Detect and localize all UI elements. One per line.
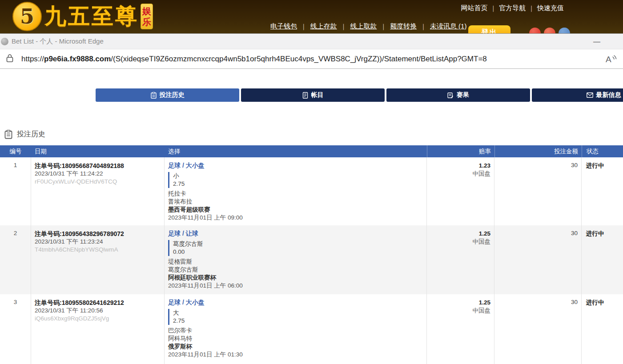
selection-cell: 足球 / 大小盘 小 2.75 托拉卡 普埃布拉 墨西哥超级联赛 2023年11… bbox=[165, 157, 427, 225]
ref-code: rF0UCyxWLuV-QDEHdV6TCQ bbox=[35, 178, 159, 186]
odds-type: 中国盘 bbox=[427, 170, 490, 178]
logout-button[interactable]: 登出 bbox=[468, 25, 510, 33]
nav-transfer-link[interactable]: 额度转换 bbox=[377, 22, 417, 31]
tab-label: 最新信息 bbox=[596, 91, 621, 99]
nav-withdraw-link[interactable]: 线上取款 bbox=[337, 22, 377, 31]
results-icon bbox=[447, 92, 454, 99]
bet-status: 进行中 bbox=[582, 157, 623, 225]
event-time: 2023年11月01日 上午 06:00 bbox=[168, 282, 422, 290]
window-title: Bet List - 个人 - Microsoft Edge bbox=[12, 37, 104, 46]
table-row: 3 注单号码:180955802641629212 2023/10/31 下午 … bbox=[0, 294, 623, 364]
table-row: 2 注单号码:180956438296789072 2023/10/31 下午 … bbox=[0, 225, 623, 294]
bet-amount: 30 bbox=[494, 157, 582, 225]
placed-time: 2023/10/31 下午 11:20:56 bbox=[35, 307, 159, 315]
league-name: 阿根廷职业联赛杯 bbox=[168, 274, 422, 282]
nav-recharge-link[interactable]: 快速充值 bbox=[526, 4, 564, 12]
ticket-number: 注单号码:180956438296789072 bbox=[35, 230, 159, 238]
date-cell: 注单号码:180955802641629212 2023/10/31 下午 11… bbox=[31, 294, 165, 364]
nav-ewallet-link[interactable]: 电子钱包 bbox=[270, 22, 297, 31]
flag-app-icon[interactable] bbox=[544, 28, 555, 33]
odds-cell: 1.25 中国盘 bbox=[427, 294, 494, 364]
pick: 葛度尔古斯 bbox=[173, 240, 422, 248]
svg-text:A: A bbox=[606, 55, 611, 64]
odds-value: 1.25 bbox=[427, 299, 490, 307]
pick: 小 bbox=[173, 172, 422, 180]
tab-label: 投注历史 bbox=[160, 91, 185, 99]
brand-name: 九五至尊 bbox=[44, 2, 139, 31]
badge-char: 乐 bbox=[142, 16, 151, 27]
pick-box: 小 2.75 bbox=[168, 172, 422, 188]
col-header-no: 编号 bbox=[0, 147, 31, 156]
nav-messages-link[interactable]: 未读讯息 (1) bbox=[417, 22, 466, 31]
away-team: 阿科马特 bbox=[168, 335, 422, 343]
tab-bet-history[interactable]: 投注历史 bbox=[96, 88, 239, 102]
top-nav: 网站首页 官方导航 快速充值 bbox=[461, 4, 564, 12]
envelope-icon bbox=[587, 92, 593, 98]
date-cell: 注单号码:180956687404892188 2023/10/31 下午 11… bbox=[31, 157, 165, 225]
odds-type: 中国盘 bbox=[427, 238, 490, 246]
away-team: 葛度尔古斯 bbox=[168, 266, 422, 274]
address-url[interactable]: https://p9e6ia.fx9888.com/(S(xideqseTI9Z… bbox=[21, 55, 487, 64]
pick: 大 bbox=[173, 309, 422, 317]
odds-value: 1.25 bbox=[427, 230, 490, 238]
nav-home-link[interactable]: 网站首页 bbox=[461, 4, 488, 12]
nav-guide-link[interactable]: 官方导航 bbox=[488, 4, 526, 12]
logo-symbol: 5 bbox=[20, 6, 34, 27]
tab-accounts[interactable]: 帐目 bbox=[241, 88, 385, 102]
lock-icon[interactable] bbox=[6, 54, 14, 64]
browser-urlbar[interactable]: https://p9e6ia.fx9888.com/(S(xideqseTI9Z… bbox=[0, 49, 623, 69]
wallet-nav: 电子钱包 线上存款 线上取款 额度转换 未读讯息 (1) bbox=[270, 22, 466, 31]
badge-char: 娱 bbox=[142, 6, 151, 16]
market-link[interactable]: 足球 / 大小盘 bbox=[168, 298, 205, 306]
red-app-icon[interactable] bbox=[529, 28, 541, 33]
home-team: 堤格雷斯 bbox=[168, 258, 422, 266]
placed-time: 2023/10/31 下午 11:23:24 bbox=[35, 238, 159, 246]
league-name: 俄罗斯杯 bbox=[168, 343, 422, 351]
read-aloud-icon[interactable]: A bbox=[604, 53, 618, 65]
event-time: 2023年11月01日 上午 01:30 bbox=[168, 351, 422, 359]
ticket-number: 注单号码:180955802641629212 bbox=[35, 299, 159, 307]
handicap: 2.75 bbox=[173, 180, 422, 188]
date-cell: 注单号码:180956438296789072 2023/10/31 下午 11… bbox=[31, 225, 165, 294]
url-scheme: https:// bbox=[21, 55, 44, 63]
tab-latest-news[interactable]: 最新信息 bbox=[532, 88, 623, 102]
selection-cell: 足球 / 让球 葛度尔古斯 0.00 堤格雷斯 葛度尔古斯 阿根廷职业联赛杯 2… bbox=[165, 225, 427, 294]
brand-badge: 娱 乐 bbox=[141, 4, 153, 29]
site-logo[interactable]: 5 九五至尊 娱 乐 bbox=[12, 2, 153, 31]
col-header-amount: 投注金额 bbox=[494, 145, 582, 157]
statement-tabs: 投注历史 帐目 赛果 最新信息 bbox=[0, 88, 623, 102]
odds-cell: 1.23 中国盘 bbox=[427, 157, 494, 225]
globe-app-icon[interactable] bbox=[559, 28, 570, 33]
pick-box: 大 2.75 bbox=[168, 309, 422, 325]
table-header: 编号 日期 选择 赔率 投注金额 状态 bbox=[0, 145, 623, 157]
home-team: 巴尔蒂卡 bbox=[168, 327, 422, 335]
event-time: 2023年11月01日 上午 09:00 bbox=[168, 214, 422, 222]
handicap: 2.75 bbox=[173, 317, 422, 325]
site-header: 5 九五至尊 娱 乐 网站首页 官方导航 快速充值 电子钱包 线上存款 线上取款… bbox=[0, 0, 623, 33]
bet-status: 进行中 bbox=[582, 225, 623, 294]
section-title-text: 投注历史 bbox=[17, 130, 45, 139]
window-titlebar[interactable]: Bet List - 个人 - Microsoft Edge — bbox=[0, 34, 623, 49]
col-header-status: 状态 bbox=[582, 145, 623, 157]
pick-box: 葛度尔古斯 0.00 bbox=[168, 240, 422, 256]
row-number: 3 bbox=[0, 294, 31, 364]
section-title: 投注历史 bbox=[4, 130, 623, 139]
url-domain: p9e6ia.fx9888.com bbox=[44, 55, 111, 63]
quick-app-icons bbox=[529, 28, 570, 33]
placed-time: 2023/10/31 下午 11:24:22 bbox=[35, 170, 159, 178]
league-name: 墨西哥超级联赛 bbox=[168, 206, 422, 214]
edge-popup-window: Bet List - 个人 - Microsoft Edge — https:/… bbox=[0, 33, 623, 364]
col-header-date: 日期 bbox=[31, 147, 165, 156]
page-favicon bbox=[1, 38, 8, 45]
tab-results[interactable]: 赛果 bbox=[386, 88, 530, 102]
col-header-selection: 选择 bbox=[165, 147, 427, 156]
bet-amount: 30 bbox=[494, 294, 582, 364]
nav-deposit-link[interactable]: 线上存款 bbox=[297, 22, 337, 31]
minimize-button[interactable]: — bbox=[590, 34, 603, 49]
market-link[interactable]: 足球 / 让球 bbox=[168, 229, 198, 237]
odds-type: 中国盘 bbox=[427, 307, 490, 315]
market-link[interactable]: 足球 / 大小盘 bbox=[168, 161, 205, 169]
logo-5-icon: 5 bbox=[12, 2, 42, 31]
table-row: 1 注单号码:180956687404892188 2023/10/31 下午 … bbox=[0, 157, 623, 225]
clipboard-icon bbox=[4, 130, 12, 139]
